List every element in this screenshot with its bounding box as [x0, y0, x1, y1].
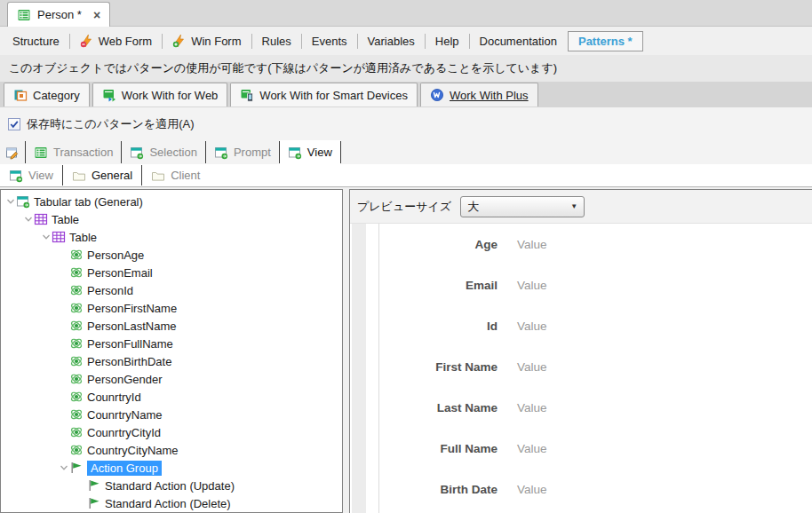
- tab-transaction[interactable]: Transaction: [26, 140, 121, 164]
- tree-item-label: Standard Action (Delete): [105, 497, 231, 510]
- web-panel-icon: [9, 169, 23, 183]
- apply-pattern-checkbox[interactable]: [8, 118, 20, 130]
- attribute-icon: [69, 248, 84, 262]
- tree-item-personid[interactable]: PersonId: [1, 281, 342, 299]
- tree-item-label: PersonId: [87, 284, 133, 297]
- field-value: Value: [517, 279, 547, 292]
- toolbar-item-documentation[interactable]: Documentation: [476, 32, 561, 51]
- preview-row-full-name: Full Name Value: [382, 428, 808, 469]
- close-icon[interactable]: ×: [93, 8, 100, 22]
- tree-item-label: PersonFirstName: [87, 302, 177, 315]
- tree-item-personemail[interactable]: PersonEmail: [1, 264, 342, 281]
- tree-item-label: Table: [69, 231, 97, 244]
- toolbar-item-label: Events: [312, 35, 347, 48]
- subtab-client[interactable]: Client: [142, 164, 209, 186]
- toolbar-item-label: Structure: [12, 35, 60, 48]
- chevron-expanded-icon[interactable]: [22, 215, 34, 224]
- subtab-general-selected[interactable]: General: [63, 164, 141, 186]
- tab-view-selected[interactable]: View: [280, 140, 340, 164]
- tab-work-with-plus[interactable]: Work With Plus: [420, 83, 538, 107]
- field-value: Value: [517, 360, 547, 374]
- tree-item-label: PersonLastName: [87, 320, 176, 333]
- tree-item-action-group-selected[interactable]: Action Group: [1, 459, 342, 477]
- check-icon: [9, 119, 20, 130]
- preview-row-email: Email Value: [382, 264, 808, 305]
- subtab-label: General: [92, 169, 132, 182]
- tab-selection[interactable]: Selection: [122, 140, 204, 164]
- document-tab-title: Person *: [37, 8, 82, 21]
- pattern-info-message: このオブジェクトではパターンの使用が可能です(下線はパターンが適用済みであること…: [0, 55, 812, 82]
- properties-button[interactable]: [0, 140, 25, 164]
- pattern-tab-bar: Category Work With for Web Work With for…: [0, 82, 812, 107]
- field-label: Full Name: [382, 442, 498, 455]
- tree-item-counrtryname[interactable]: CounrtryName: [1, 406, 342, 423]
- tree-item-personfirstname[interactable]: PersonFirstName: [1, 299, 342, 317]
- subtab-label: Client: [171, 169, 200, 182]
- preview-form-border: [378, 224, 379, 513]
- web-panel-icon: [214, 146, 228, 160]
- flag-icon: [87, 478, 101, 493]
- attribute-icon: [69, 283, 84, 297]
- toolbar-item-web-form[interactable]: Web Form: [76, 31, 155, 51]
- toolbar-item-events[interactable]: Events: [308, 32, 351, 51]
- web-panel-icon: [16, 194, 30, 209]
- toolbar-item-variables[interactable]: Variables: [364, 32, 418, 51]
- chevron-expanded-icon[interactable]: [40, 233, 52, 241]
- tree-item-tabular-tab[interactable]: Tabular tab (General): [1, 193, 342, 210]
- preview-gutter: [352, 224, 366, 513]
- pattern-info-text: このオブジェクトではパターンの使用が可能です(下線はパターンが適用済みであること…: [9, 60, 557, 76]
- tree-item-standard-action-delete[interactable]: Standard Action (Delete): [1, 494, 342, 512]
- tree-item-countrycityname[interactable]: CountryCityName: [1, 441, 342, 459]
- properties-icon: [5, 146, 20, 160]
- tree-item-personfullname[interactable]: PersonFullName: [1, 335, 342, 352]
- tree-item-counrtryid[interactable]: CounrtryId: [1, 388, 342, 406]
- tree-item-label: CounrtryName: [87, 408, 163, 422]
- tree-item-standard-action-update[interactable]: Standard Action (Update): [1, 477, 342, 494]
- field-label: Birth Date: [382, 483, 498, 496]
- document-tab-person[interactable]: Person * ×: [7, 2, 110, 27]
- tree-item-label: Tabular tab (General): [34, 195, 143, 209]
- toolbar-item-patterns-selected[interactable]: Patterns *: [568, 31, 643, 51]
- tab-category[interactable]: Category: [4, 83, 90, 107]
- transaction-icon: [34, 146, 48, 160]
- preview-row-age: Age Value: [382, 224, 808, 264]
- field-label: Id: [382, 320, 498, 333]
- preview-size-label: プレビューサイズ: [357, 199, 451, 215]
- work-with-plus-icon: [430, 88, 444, 102]
- tree-item-personlastname[interactable]: PersonLastName: [1, 317, 342, 335]
- tree-item-table-inner[interactable]: Table: [1, 228, 342, 246]
- field-value: Value: [517, 238, 547, 251]
- lightning-win-form-icon: [172, 34, 187, 48]
- transaction-icon: [17, 8, 31, 22]
- preview-row-last-name: Last Name Value: [382, 387, 808, 428]
- object-part-toolbar: Structure Web Form Win Form Rules Events…: [0, 27, 812, 55]
- tree-item-counrtrycityid[interactable]: CounrtryCityId: [1, 423, 342, 441]
- toolbar-item-help[interactable]: Help: [432, 32, 463, 51]
- tab-prompt[interactable]: Prompt: [206, 140, 279, 164]
- preview-row-birth-date: Birth Date Value: [382, 469, 808, 509]
- subtab-view[interactable]: View: [0, 164, 62, 186]
- tab-label: Transaction: [53, 146, 113, 159]
- tab-work-with-smart-devices[interactable]: Work With for Smart Devices: [230, 83, 418, 107]
- tab-work-with-for-web[interactable]: Work With for Web: [92, 83, 228, 107]
- attribute-icon: [69, 372, 84, 386]
- tree-item-personage[interactable]: PersonAge: [1, 246, 342, 264]
- attribute-icon: [69, 265, 84, 280]
- preview-size-dropdown[interactable]: 大 ▼: [460, 196, 585, 217]
- toolbar-item-structure[interactable]: Structure: [9, 32, 63, 51]
- pattern-object-tabs: Transaction Selection Prompt View: [0, 140, 812, 164]
- tree-item-personbirthdate[interactable]: PersonBirthDate: [1, 352, 342, 370]
- toolbar-item-rules[interactable]: Rules: [259, 32, 295, 51]
- chevron-expanded-icon[interactable]: [58, 463, 69, 472]
- form-preview: Age Value Email Value Id Value First Nam…: [350, 224, 812, 513]
- folder-icon: [72, 169, 86, 183]
- toolbar-separator: [251, 34, 252, 49]
- web-panel-icon: [130, 146, 144, 160]
- chevron-expanded-icon[interactable]: [4, 197, 16, 206]
- tree-item-table[interactable]: Table: [1, 210, 342, 228]
- attribute-icon: [69, 443, 84, 457]
- field-label: First Name: [382, 360, 498, 374]
- attribute-icon: [69, 354, 84, 368]
- toolbar-item-win-form[interactable]: Win Form: [169, 31, 244, 51]
- tree-item-persongender[interactable]: PersonGender: [1, 370, 342, 388]
